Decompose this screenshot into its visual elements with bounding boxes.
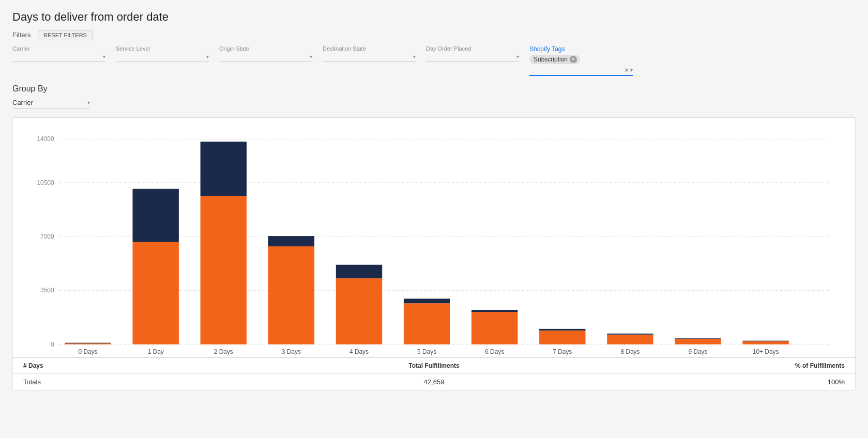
bar-3days-orange xyxy=(268,246,314,345)
svg-text:5 Days: 5 Days xyxy=(417,348,436,355)
bar-9days-navy xyxy=(675,338,721,339)
bar-4days-orange xyxy=(336,278,382,345)
bar-2days-orange xyxy=(201,196,247,345)
service-level-chevron-icon: ▾ xyxy=(206,54,209,59)
bar-1day-navy xyxy=(132,189,178,242)
bar-2days-navy xyxy=(201,142,247,196)
shopify-tags-filter: Shopify Tags Subscription ✕ ✕ ▾ xyxy=(529,45,633,76)
bar-10plus-navy xyxy=(742,341,788,341)
day-order-placed-filter: Day Order Placed ▾ xyxy=(426,45,519,62)
svg-text:0: 0 xyxy=(51,341,54,348)
carrier-filter: Carrier ▾ xyxy=(12,45,105,62)
shopify-tags-label: Shopify Tags xyxy=(529,45,633,53)
bar-5days-navy xyxy=(404,299,450,303)
svg-text:10+ Days: 10+ Days xyxy=(753,348,779,355)
origin-state-filter: Origin State ▾ xyxy=(219,45,312,62)
svg-text:3500: 3500 xyxy=(40,287,54,294)
bar-4days-navy xyxy=(336,265,382,278)
bar-10plus-orange xyxy=(742,341,788,345)
tags-input[interactable] xyxy=(529,66,624,74)
svg-text:0 Days: 0 Days xyxy=(79,348,98,355)
summary-table: # Days Total Fulfillments % of Fulfillme… xyxy=(12,357,856,390)
day-order-placed-select[interactable]: ▾ xyxy=(426,54,519,62)
bar-8days-navy xyxy=(607,334,653,335)
bar-7days-navy xyxy=(539,329,585,331)
bar-9days-orange xyxy=(675,339,721,345)
bar-8days-orange xyxy=(607,335,653,345)
filters-label: Filters xyxy=(12,31,31,39)
chart-svg-wrapper: .grid-line { stroke: #ddd; stroke-width:… xyxy=(18,128,850,357)
destination-state-label: Destination State xyxy=(323,45,416,52)
summary-percent-header: % of Fulfillments xyxy=(741,362,845,369)
bar-chart-svg: .grid-line { stroke: #ddd; stroke-width:… xyxy=(18,128,850,355)
service-level-label: Service Level xyxy=(116,45,209,52)
subscription-tag-chip: Subscription ✕ xyxy=(529,55,580,64)
filters-section: Filters RESET FILTERS Carrier ▾ Service … xyxy=(12,30,856,76)
origin-state-chevron-icon: ▾ xyxy=(310,54,312,59)
totals-label: Totals xyxy=(23,378,127,386)
carrier-label: Carrier xyxy=(12,45,105,52)
group-by-section: Group By Carrier ▾ xyxy=(12,84,856,109)
day-order-placed-chevron-icon: ▾ xyxy=(516,54,519,59)
reset-filters-button[interactable]: RESET FILTERS xyxy=(38,30,93,40)
subscription-tag-close-icon[interactable]: ✕ xyxy=(570,56,577,63)
group-by-select[interactable]: Carrier ▾ xyxy=(12,99,90,109)
svg-text:2 Days: 2 Days xyxy=(214,348,233,355)
summary-header: # Days Total Fulfillments % of Fulfillme… xyxy=(13,358,855,374)
bar-6days-navy xyxy=(471,310,517,312)
destination-state-filter: Destination State ▾ xyxy=(323,45,416,62)
bar-6days-orange xyxy=(471,312,517,345)
summary-fulfillments-header: Total Fulfillments xyxy=(127,362,741,369)
tags-chevron-icon[interactable]: ▾ xyxy=(630,67,633,73)
bar-7days-orange xyxy=(539,331,585,345)
tags-input-row: ✕ ▾ xyxy=(529,66,633,76)
carrier-chevron-icon: ▾ xyxy=(103,54,105,59)
svg-text:9 Days: 9 Days xyxy=(688,348,707,355)
svg-text:3 Days: 3 Days xyxy=(282,348,301,355)
service-level-filter: Service Level ▾ xyxy=(116,45,209,62)
bar-3days-navy xyxy=(268,236,314,246)
total-fulfillments-value: 42,659 xyxy=(127,378,741,386)
day-order-placed-label: Day Order Placed xyxy=(426,45,519,52)
group-by-chevron-icon: ▾ xyxy=(87,100,90,105)
tags-clear-icon[interactable]: ✕ xyxy=(624,67,629,74)
summary-totals-row: Totals 42,659 100% xyxy=(13,374,855,390)
bar-0days-navy xyxy=(65,343,111,343)
bar-1day-orange xyxy=(132,242,178,345)
svg-text:10500: 10500 xyxy=(37,179,54,186)
chart-container: .grid-line { stroke: #ddd; stroke-width:… xyxy=(12,117,856,357)
svg-text:7 Days: 7 Days xyxy=(553,348,572,355)
tags-chips-row: Subscription ✕ xyxy=(529,55,633,64)
destination-state-select[interactable]: ▾ xyxy=(323,54,416,62)
carrier-select[interactable]: ▾ xyxy=(12,54,105,62)
svg-text:6 Days: 6 Days xyxy=(485,348,504,355)
group-by-label: Group By xyxy=(12,84,856,93)
group-by-value: Carrier xyxy=(12,99,85,106)
subscription-tag-text: Subscription xyxy=(534,56,568,63)
svg-text:7000: 7000 xyxy=(40,233,54,240)
service-level-select[interactable]: ▾ xyxy=(116,54,209,62)
total-percent-value: 100% xyxy=(741,378,845,386)
origin-state-label: Origin State xyxy=(219,45,312,52)
svg-text:4 Days: 4 Days xyxy=(349,348,369,355)
filters-row: Carrier ▾ Service Level ▾ Origin State ▾ xyxy=(12,45,856,76)
svg-text:14000: 14000 xyxy=(37,135,54,143)
page-title: Days to deliver from order date xyxy=(12,10,856,24)
summary-days-header: # Days xyxy=(23,362,127,369)
bar-5days-orange xyxy=(404,303,450,344)
bar-0days-orange xyxy=(65,343,111,345)
destination-state-chevron-icon: ▾ xyxy=(413,54,416,59)
origin-state-select[interactable]: ▾ xyxy=(219,54,312,62)
svg-text:8 Days: 8 Days xyxy=(620,348,639,355)
page-container: Days to deliver from order date Filters … xyxy=(0,0,868,438)
svg-text:1 Day: 1 Day xyxy=(148,348,164,355)
